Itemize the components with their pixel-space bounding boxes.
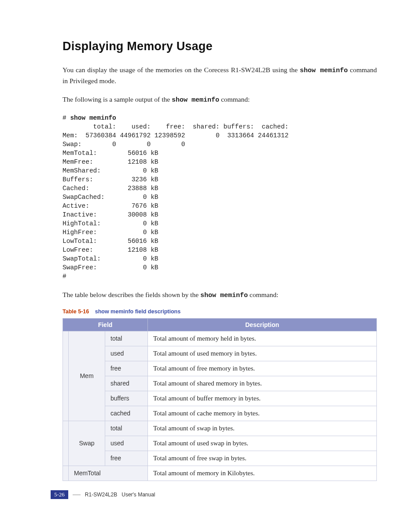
table-header-description: Description <box>148 318 377 331</box>
page-footer: 5-26 R1-SW24L2B User's Manual <box>51 490 155 499</box>
intro-paragraph: You can display the usage of the memorie… <box>63 65 377 86</box>
table-subfield-cell: used <box>105 346 148 361</box>
table-header-field: Field <box>63 318 148 331</box>
page-heading: Displaying Memory Usage <box>63 40 377 53</box>
table-subfield-cell: buffers <box>105 391 148 406</box>
table-description-cell: Total amount of cache memory in bytes. <box>148 406 377 421</box>
table-row: SwaptotalTotal amount of swap in bytes. <box>63 421 377 436</box>
table-description-cell: Total amount of free memory in bytes. <box>148 361 377 376</box>
table-subfield-cell: free <box>105 451 148 466</box>
table-description-cell: Total amount of memory in Kilobytes. <box>148 466 377 481</box>
table-row: freeTotal amount of free memory in bytes… <box>63 361 377 376</box>
table-description-cell: Total amount of used memory in bytes. <box>148 346 377 361</box>
table-row: sharedTotal amount of shared memory in b… <box>63 376 377 391</box>
table-description-cell: Total amount of buffer memory in bytes. <box>148 391 377 406</box>
table-left-stub <box>63 421 69 466</box>
table-row: MemTotalTotal amount of memory in Kiloby… <box>63 466 377 481</box>
sample-text-before: The following is a sample output of the <box>63 95 172 103</box>
footer-divider <box>73 495 81 495</box>
table-subfield-cell: total <box>105 421 148 436</box>
terminal-output: # show meminfo total: used: free: shared… <box>63 114 377 281</box>
table-subfield-cell: used <box>105 436 148 451</box>
table-field-cell: MemTotal <box>69 466 148 481</box>
table-intro-command: show meminfo <box>200 292 248 299</box>
table-description-cell: Total amount of shared memory in bytes. <box>148 376 377 391</box>
table-subfield-cell: shared <box>105 376 148 391</box>
table-caption: Table 5-16 show meminfo field descriptio… <box>63 308 377 315</box>
table-subfield-cell: free <box>105 361 148 376</box>
table-caption-title: show meminfo field descriptions <box>95 308 181 315</box>
intro-command: show meminfo <box>300 67 348 74</box>
table-row: cachedTotal amount of cache memory in by… <box>63 406 377 421</box>
table-row: buffersTotal amount of buffer memory in … <box>63 391 377 406</box>
table-group-cell: Mem <box>69 331 105 421</box>
table-row: usedTotal amount of used swap in bytes. <box>63 436 377 451</box>
table-description-cell: Total amount of used swap in bytes. <box>148 436 377 451</box>
sample-command: show meminfo <box>172 96 219 104</box>
table-intro-paragraph: The table below describes the fields sho… <box>63 290 377 301</box>
table-row: usedTotal amount of used memory in bytes… <box>63 346 377 361</box>
intro-text-before: You can display the usage of the memorie… <box>63 66 300 73</box>
table-group-cell: Swap <box>69 421 105 466</box>
table-intro-before: The table below describes the fields sho… <box>63 291 200 298</box>
footer-product: R1-SW24L2B <box>85 492 117 498</box>
table-subfield-cell: cached <box>105 406 148 421</box>
table-left-stub <box>63 466 69 481</box>
fields-table: Field Description MemtotalTotal amount o… <box>63 318 377 481</box>
table-header-row: Field Description <box>63 318 377 331</box>
table-subfield-cell: total <box>105 331 148 346</box>
table-left-stub <box>63 331 69 421</box>
table-caption-number: Table 5-16 <box>63 308 89 315</box>
page-number-badge: 5-26 <box>51 490 68 499</box>
table-row: freeTotal amount of free swap in bytes. <box>63 451 377 466</box>
footer-label: User's Manual <box>122 492 155 498</box>
page-content: Displaying Memory Usage You can display … <box>0 0 420 481</box>
table-description-cell: Total amount of free swap in bytes. <box>148 451 377 466</box>
sample-text-after: command: <box>219 95 250 103</box>
table-description-cell: Total amount of swap in bytes. <box>148 421 377 436</box>
table-description-cell: Total amount of memory held in bytes. <box>148 331 377 346</box>
table-intro-after: command: <box>248 291 278 298</box>
sample-intro-paragraph: The following is a sample output of the … <box>63 94 377 105</box>
table-row: MemtotalTotal amount of memory held in b… <box>63 331 377 346</box>
